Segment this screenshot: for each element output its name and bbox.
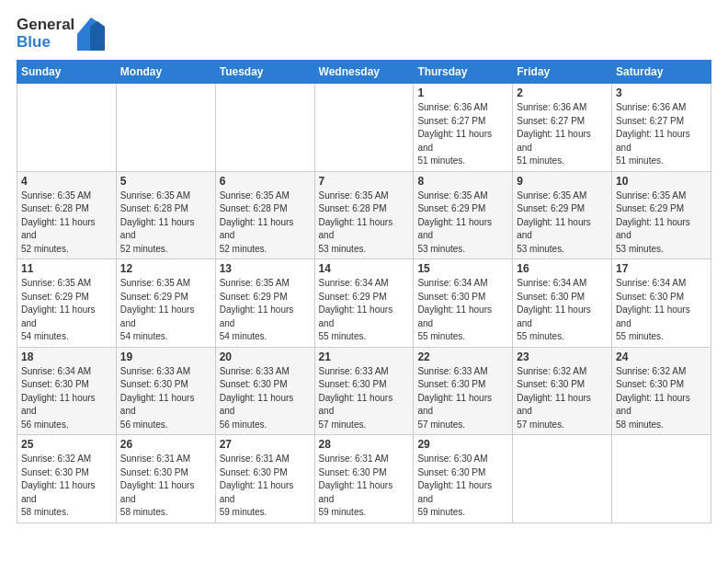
calendar-cell: 8Sunrise: 6:35 AMSunset: 6:29 PMDaylight… (414, 171, 513, 259)
day-number: 9 (517, 175, 608, 188)
logo: General Blue (17, 17, 105, 51)
calendar-week-1: 1Sunrise: 6:36 AMSunset: 6:27 PMDaylight… (17, 84, 711, 172)
calendar-cell: 3Sunrise: 6:36 AMSunset: 6:27 PMDaylight… (612, 84, 711, 172)
calendar-cell: 25Sunrise: 6:32 AMSunset: 6:30 PMDayligh… (17, 435, 117, 523)
day-info: Sunrise: 6:32 AMSunset: 6:30 PMDaylight:… (21, 453, 112, 520)
calendar-cell: 17Sunrise: 6:34 AMSunset: 6:30 PMDayligh… (612, 259, 711, 348)
day-number: 17 (616, 262, 707, 275)
day-number: 12 (120, 262, 211, 275)
calendar-cell (215, 84, 314, 172)
day-info: Sunrise: 6:34 AMSunset: 6:30 PMDaylight:… (517, 277, 608, 344)
calendar-cell: 2Sunrise: 6:36 AMSunset: 6:27 PMDaylight… (513, 84, 612, 172)
calendar-cell: 16Sunrise: 6:34 AMSunset: 6:30 PMDayligh… (513, 259, 612, 348)
day-info: Sunrise: 6:35 AMSunset: 6:29 PMDaylight:… (220, 277, 311, 344)
calendar-cell: 22Sunrise: 6:33 AMSunset: 6:30 PMDayligh… (414, 347, 513, 435)
calendar-cell: 28Sunrise: 6:31 AMSunset: 6:30 PMDayligh… (314, 435, 414, 523)
day-info: Sunrise: 6:34 AMSunset: 6:30 PMDaylight:… (616, 277, 707, 344)
logo-icon (77, 17, 105, 51)
calendar-cell: 15Sunrise: 6:34 AMSunset: 6:30 PMDayligh… (414, 259, 513, 348)
calendar-cell: 18Sunrise: 6:34 AMSunset: 6:30 PMDayligh… (17, 347, 117, 435)
calendar-cell: 26Sunrise: 6:31 AMSunset: 6:30 PMDayligh… (116, 435, 215, 523)
calendar-header-row: SundayMondayTuesdayWednesdayThursdayFrid… (17, 61, 711, 84)
calendar-week-4: 18Sunrise: 6:34 AMSunset: 6:30 PMDayligh… (17, 347, 711, 435)
logo-blue: Blue (17, 34, 51, 52)
day-number: 10 (616, 175, 707, 188)
day-number: 1 (417, 86, 508, 99)
calendar-week-3: 11Sunrise: 6:35 AMSunset: 6:29 PMDayligh… (17, 259, 711, 348)
day-info: Sunrise: 6:35 AMSunset: 6:29 PMDaylight:… (517, 190, 608, 257)
calendar-cell: 19Sunrise: 6:33 AMSunset: 6:30 PMDayligh… (116, 347, 215, 435)
calendar-cell: 7Sunrise: 6:35 AMSunset: 6:28 PMDaylight… (314, 171, 414, 259)
day-info: Sunrise: 6:36 AMSunset: 6:27 PMDaylight:… (517, 101, 608, 168)
day-info: Sunrise: 6:35 AMSunset: 6:28 PMDaylight:… (120, 190, 211, 257)
day-info: Sunrise: 6:35 AMSunset: 6:29 PMDaylight:… (417, 190, 508, 257)
calendar-table: SundayMondayTuesdayWednesdayThursdayFrid… (17, 60, 711, 523)
day-info: Sunrise: 6:35 AMSunset: 6:28 PMDaylight:… (319, 190, 410, 257)
calendar-cell: 6Sunrise: 6:35 AMSunset: 6:28 PMDaylight… (215, 171, 314, 259)
svg-marker-1 (90, 21, 105, 51)
calendar-week-5: 25Sunrise: 6:32 AMSunset: 6:30 PMDayligh… (17, 435, 711, 523)
day-number: 5 (120, 175, 211, 188)
day-info: Sunrise: 6:35 AMSunset: 6:28 PMDaylight:… (21, 190, 112, 257)
calendar-cell (116, 84, 215, 172)
day-info: Sunrise: 6:32 AMSunset: 6:30 PMDaylight:… (616, 365, 707, 432)
day-info: Sunrise: 6:32 AMSunset: 6:30 PMDaylight:… (517, 365, 608, 432)
day-info: Sunrise: 6:33 AMSunset: 6:30 PMDaylight:… (319, 365, 410, 432)
day-number: 16 (517, 262, 608, 275)
day-info: Sunrise: 6:34 AMSunset: 6:30 PMDaylight:… (417, 277, 508, 344)
day-number: 7 (319, 175, 410, 188)
calendar-cell: 29Sunrise: 6:30 AMSunset: 6:30 PMDayligh… (414, 435, 513, 523)
day-info: Sunrise: 6:35 AMSunset: 6:29 PMDaylight:… (120, 277, 211, 344)
weekday-header-tuesday: Tuesday (215, 61, 314, 84)
day-number: 28 (319, 438, 410, 451)
day-number: 2 (517, 86, 608, 99)
day-number: 26 (120, 438, 211, 451)
calendar-cell: 1Sunrise: 6:36 AMSunset: 6:27 PMDaylight… (414, 84, 513, 172)
calendar-cell: 11Sunrise: 6:35 AMSunset: 6:29 PMDayligh… (17, 259, 117, 348)
day-number: 15 (417, 262, 508, 275)
logo-general: General (17, 17, 74, 34)
day-info: Sunrise: 6:34 AMSunset: 6:30 PMDaylight:… (21, 365, 112, 432)
day-number: 3 (616, 86, 707, 99)
day-info: Sunrise: 6:33 AMSunset: 6:30 PMDaylight:… (417, 365, 508, 432)
day-info: Sunrise: 6:30 AMSunset: 6:30 PMDaylight:… (417, 453, 508, 520)
calendar-cell: 10Sunrise: 6:35 AMSunset: 6:29 PMDayligh… (612, 171, 711, 259)
day-info: Sunrise: 6:35 AMSunset: 6:29 PMDaylight:… (616, 190, 707, 257)
day-info: Sunrise: 6:31 AMSunset: 6:30 PMDaylight:… (220, 453, 311, 520)
calendar-cell: 20Sunrise: 6:33 AMSunset: 6:30 PMDayligh… (215, 347, 314, 435)
weekday-header-thursday: Thursday (414, 61, 513, 84)
weekday-header-wednesday: Wednesday (314, 61, 414, 84)
day-number: 29 (417, 438, 508, 451)
day-number: 22 (417, 350, 508, 363)
day-number: 23 (517, 350, 608, 363)
calendar-cell: 21Sunrise: 6:33 AMSunset: 6:30 PMDayligh… (314, 347, 414, 435)
day-number: 24 (616, 350, 707, 363)
day-number: 11 (21, 262, 112, 275)
calendar-week-2: 4Sunrise: 6:35 AMSunset: 6:28 PMDaylight… (17, 171, 711, 259)
weekday-header-friday: Friday (513, 61, 612, 84)
page: General Blue SundayMondayTuesdayWednesda… (0, 0, 728, 563)
day-number: 6 (220, 175, 311, 188)
calendar-cell: 24Sunrise: 6:32 AMSunset: 6:30 PMDayligh… (612, 347, 711, 435)
day-info: Sunrise: 6:33 AMSunset: 6:30 PMDaylight:… (220, 365, 311, 432)
weekday-header-sunday: Sunday (17, 61, 117, 84)
day-info: Sunrise: 6:35 AMSunset: 6:28 PMDaylight:… (220, 190, 311, 257)
day-info: Sunrise: 6:36 AMSunset: 6:27 PMDaylight:… (616, 101, 707, 168)
calendar-cell (612, 435, 711, 523)
day-info: Sunrise: 6:33 AMSunset: 6:30 PMDaylight:… (120, 365, 211, 432)
day-number: 20 (220, 350, 311, 363)
calendar-cell: 12Sunrise: 6:35 AMSunset: 6:29 PMDayligh… (116, 259, 215, 348)
weekday-header-saturday: Saturday (612, 61, 711, 84)
calendar-cell: 13Sunrise: 6:35 AMSunset: 6:29 PMDayligh… (215, 259, 314, 348)
day-info: Sunrise: 6:31 AMSunset: 6:30 PMDaylight:… (319, 453, 410, 520)
day-number: 25 (21, 438, 112, 451)
day-info: Sunrise: 6:36 AMSunset: 6:27 PMDaylight:… (417, 101, 508, 168)
header: General Blue (17, 17, 711, 51)
day-number: 21 (319, 350, 410, 363)
day-info: Sunrise: 6:35 AMSunset: 6:29 PMDaylight:… (21, 277, 112, 344)
calendar-cell (513, 435, 612, 523)
calendar-cell: 14Sunrise: 6:34 AMSunset: 6:29 PMDayligh… (314, 259, 414, 348)
day-number: 13 (220, 262, 311, 275)
day-number: 19 (120, 350, 211, 363)
day-info: Sunrise: 6:31 AMSunset: 6:30 PMDaylight:… (120, 453, 211, 520)
